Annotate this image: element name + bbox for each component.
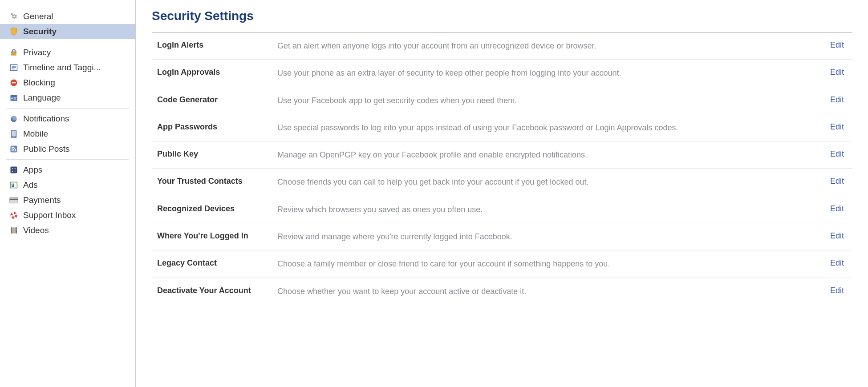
sidebar-item-privacy[interactable]: Privacy [0,45,135,60]
sidebar-item-label: Apps [23,165,42,175]
svg-rect-1 [11,52,16,56]
sidebar-item-support-inbox[interactable]: Support Inbox [0,208,135,223]
settings-row-description: Get an alert when anyone logs into your … [277,40,830,51]
sidebar-item-label: Privacy [23,48,51,57]
settings-row-label: Login Approvals [157,68,277,77]
sidebar-item-security[interactable]: Security [0,24,135,39]
settings-row: Login ApprovalsUse your phone as an extr… [152,60,852,87]
settings-row: Deactivate Your AccountChoose whether yo… [152,278,852,305]
sidebar-item-payments[interactable]: Payments [0,193,135,208]
edit-link[interactable]: Edit [830,68,844,77]
main-content: Security Settings Login AlertsGet an ale… [136,0,868,387]
settings-row-description: Use your Facebook app to get security co… [277,95,830,106]
svg-point-0 [11,13,13,16]
sidebar-group: PrivacyTimeline and Taggi...BlockingA文La… [6,42,129,109]
gear-icon [9,12,19,21]
sidebar-item-label: Videos [23,226,49,235]
edit-link[interactable]: Edit [830,231,844,241]
sidebar-item-label: Public Posts [23,144,70,154]
sidebar-item-videos[interactable]: Videos [0,223,135,238]
settings-row-description: Choose a family member or close friend t… [277,258,830,269]
sidebar-item-label: Mobile [23,129,48,139]
settings-row-label: Your Trusted Contacts [157,177,277,186]
mobile-icon [9,129,19,139]
sidebar-item-language[interactable]: A文Language [0,90,135,105]
sidebar-group: GeneralSecurity [6,6,129,42]
svg-point-28 [12,214,15,217]
settings-list: Login AlertsGet an alert when anyone log… [152,32,852,305]
edit-link[interactable]: Edit [830,204,844,214]
edit-link[interactable]: Edit [830,149,844,159]
sidebar-item-apps[interactable]: Apps [0,162,135,177]
globe-icon [9,114,19,124]
svg-rect-13 [12,131,16,137]
svg-point-19 [15,168,16,169]
settings-row-label: App Passwords [157,122,277,132]
svg-rect-26 [10,199,18,200]
edit-link[interactable]: Edit [830,177,844,186]
svg-rect-8 [12,82,16,84]
settings-row-label: Login Alerts [157,40,277,50]
settings-row: Code GeneratorUse your Facebook app to g… [152,87,852,114]
sidebar-group: NotificationsMobilePublic Posts [6,109,129,160]
sidebar-item-general[interactable]: General [0,9,135,24]
edit-link[interactable]: Edit [830,122,844,132]
settings-row-label: Public Key [157,149,277,159]
settings-row: Recognized DevicesReview which browsers … [152,196,852,223]
svg-rect-2 [11,52,17,52]
settings-row: Public KeyManage an OpenPGP key on your … [152,141,852,169]
sidebar-item-timeline-and-taggi[interactable]: Timeline and Taggi... [0,60,135,75]
edit-link[interactable]: Edit [830,258,844,268]
settings-row-description: Use special passwords to log into your a… [277,122,830,133]
svg-text:f: f [12,183,13,186]
lock-icon [9,48,19,57]
sidebar-item-label: General [23,12,53,21]
settings-row-description: Review and manage where you're currently… [277,231,830,242]
settings-row: App PasswordsUse special passwords to lo… [152,114,852,141]
sidebar-item-label: Security [23,27,57,36]
edit-link[interactable]: Edit [830,40,844,50]
sidebar-item-mobile[interactable]: Mobile [0,126,135,141]
settings-row-label: Deactivate Your Account [157,286,277,295]
card-icon [9,195,19,205]
sidebar-item-label: Timeline and Taggi... [23,63,101,73]
sidebar-item-label: Payments [23,195,61,205]
sidebar-item-label: Language [23,93,61,103]
settings-row-description: Choose friends you can call to help you … [277,177,830,187]
settings-row-description: Review which browsers you saved as ones … [277,204,830,215]
svg-point-21 [15,171,16,172]
settings-row: Where You're Logged InReview and manage … [152,223,852,250]
sidebar-item-label: Notifications [23,114,69,124]
settings-row: Login AlertsGet an alert when anyone log… [152,32,852,60]
svg-point-14 [13,137,14,137]
sidebar-item-notifications[interactable]: Notifications [0,111,135,126]
svg-point-16 [12,150,13,151]
film-icon [9,226,19,235]
lifering-icon [9,210,19,220]
settings-row-label: Recognized Devices [157,204,277,214]
settings-row-description: Manage an OpenPGP key on your Facebook p… [277,149,830,160]
sidebar-group: AppsfAdsPaymentsSupport InboxVideos [6,160,129,241]
sidebar-item-label: Support Inbox [23,210,76,220]
svg-point-18 [12,168,13,169]
language-icon: A文 [9,93,19,103]
sidebar-item-label: Ads [23,180,38,190]
block-icon [9,78,19,88]
page-title: Security Settings [152,9,852,23]
svg-rect-17 [11,167,17,173]
ads-icon: f [9,180,19,190]
sidebar-item-public-posts[interactable]: Public Posts [0,141,135,157]
sidebar-item-ads[interactable]: fAds [0,177,135,193]
sidebar-item-blocking[interactable]: Blocking [0,75,135,90]
rss-icon [9,144,19,154]
timeline-icon [9,63,19,73]
svg-rect-25 [10,197,18,203]
settings-row: Your Trusted ContactsChoose friends you … [152,169,852,196]
sidebar: GeneralSecurityPrivacyTimeline and Taggi… [0,0,136,387]
svg-point-20 [12,171,13,172]
settings-row-label: Legacy Contact [157,258,277,268]
settings-row: Legacy ContactChoose a family member or … [152,250,852,278]
edit-link[interactable]: Edit [830,286,844,295]
settings-row-description: Choose whether you want to keep your acc… [277,286,830,297]
edit-link[interactable]: Edit [830,95,844,105]
